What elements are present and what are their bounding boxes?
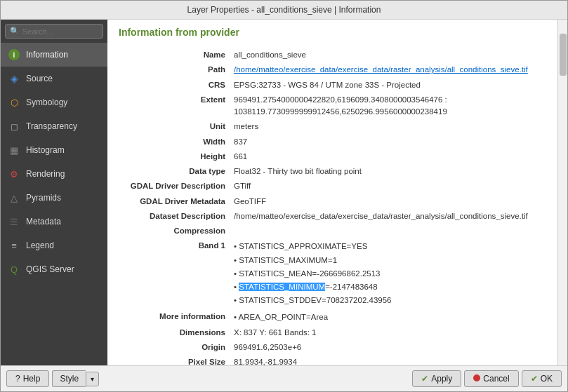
height-value: 661: [231, 149, 546, 164]
pyramids-icon: △: [8, 191, 20, 204]
sidebar-item-label: Information: [26, 50, 68, 60]
origin-label: Origin: [119, 340, 231, 355]
sidebar-item-histogram[interactable]: ▦ Histogram: [1, 138, 107, 162]
title-bar: Layer Properties - all_conditions_sieve …: [1, 1, 567, 20]
band1-values: STATISTICS_APPROXIMATE=YES STATISTICS_MA…: [231, 238, 546, 309]
table-row: GDAL Driver Metadata GeoTIFF: [119, 194, 546, 209]
scrollbar-thumb[interactable]: [560, 34, 567, 76]
bottom-right: ✔ Apply Cancel ✔ OK: [412, 370, 562, 387]
metadata-icon: ☰: [8, 215, 20, 228]
more-info-value: AREA_OR_POINT=Area: [231, 309, 546, 325]
window-title: Layer Properties - all_conditions_sieve …: [187, 5, 381, 15]
style-button[interactable]: Style: [52, 370, 86, 387]
table-row: CRS EPSG:32733 - WGS 84 / UTM zone 33S -…: [119, 78, 546, 93]
gdal-driver-desc-value: GTiff: [231, 179, 546, 194]
more-info-list: AREA_OR_POINT=Area: [234, 311, 543, 324]
extent-label: Extent: [119, 93, 231, 120]
sidebar-item-rendering[interactable]: ⚙ Rendering: [1, 162, 107, 186]
sidebar-item-label: Legend: [26, 241, 54, 250]
information-icon: i: [8, 48, 20, 61]
sidebar-item-label: Rendering: [26, 169, 65, 179]
list-item: STATISTICS_MAXIMUM=1: [234, 254, 543, 267]
table-row: GDAL Driver Description GTiff: [119, 179, 546, 194]
table-row: Dataset Description /home/matteo/exercis…: [119, 209, 546, 224]
table-row: Unit meters: [119, 119, 546, 134]
search-box[interactable]: 🔍: [5, 24, 103, 39]
ok-button[interactable]: ✔ OK: [522, 370, 562, 387]
scrollbar[interactable]: [557, 20, 567, 365]
table-row: Height 661: [119, 149, 546, 164]
table-row: Dimensions X: 837 Y: 661 Bands: 1: [119, 325, 546, 340]
style-dropdown-button[interactable]: ▾: [86, 372, 99, 386]
symbology-icon: ⬡: [8, 96, 20, 109]
path-value: /home/matteo/exercise_data/exercise_data…: [231, 62, 546, 77]
transparency-icon: ◻: [8, 120, 20, 133]
gdal-driver-desc-label: GDAL Driver Description: [119, 179, 231, 194]
table-row: More information AREA_OR_POINT=Area: [119, 309, 546, 325]
unit-label: Unit: [119, 119, 231, 134]
sidebar-item-label: Symbology: [26, 97, 67, 107]
gdal-driver-meta-value: GeoTIFF: [231, 194, 546, 209]
cancel-button[interactable]: Cancel: [464, 370, 518, 387]
ok-check-icon: ✔: [531, 374, 538, 384]
sidebar: 🔍 i Information ◈ Source ⬡ Symbology ◻ T…: [1, 20, 107, 365]
sidebar-item-label: QGIS Server: [26, 264, 74, 274]
help-button[interactable]: ? Help: [6, 370, 49, 387]
sidebar-item-source[interactable]: ◈ Source: [1, 67, 107, 90]
dimensions-value: X: 837 Y: 661 Bands: 1: [231, 325, 546, 340]
table-row: Band 1 STATISTICS_APPROXIMATE=YES STATIS…: [119, 238, 546, 309]
path-link[interactable]: /home/matteo/exercise_data/exercise_data…: [234, 65, 528, 74]
section-title: Information from provider: [119, 27, 546, 41]
width-value: 837: [231, 135, 546, 149]
gdal-driver-meta-label: GDAL Driver Metadata: [119, 194, 231, 209]
sidebar-item-symbology[interactable]: ⬡ Symbology: [1, 90, 107, 114]
table-row: Data type Float32 - Thirty two bit float…: [119, 164, 546, 179]
info-table: Name all_conditions_sieve Path /home/mat…: [119, 48, 546, 365]
table-row: Path /home/matteo/exercise_data/exercise…: [119, 62, 546, 77]
sidebar-item-label: Pyramids: [26, 193, 61, 203]
datatype-label: Data type: [119, 164, 231, 179]
sidebar-item-metadata[interactable]: ☰ Metadata: [1, 210, 107, 234]
source-icon: ◈: [8, 72, 20, 85]
bottom-bar: ? Help Style ▾ ✔ Apply Cancel: [1, 365, 567, 391]
compression-value: [231, 224, 546, 238]
sidebar-item-label: Transparency: [26, 121, 77, 131]
band1-label: Band 1: [119, 238, 231, 309]
name-value: all_conditions_sieve: [231, 48, 546, 62]
sidebar-item-legend[interactable]: ≡ Legend: [1, 234, 107, 257]
main-content: 🔍 i Information ◈ Source ⬡ Symbology ◻ T…: [1, 20, 567, 365]
unit-value: meters: [231, 119, 546, 134]
sidebar-item-label: Metadata: [26, 217, 61, 227]
table-row: Name all_conditions_sieve: [119, 48, 546, 62]
height-label: Height: [119, 149, 231, 164]
style-label: Style: [60, 374, 79, 384]
style-button-group: Style ▾: [52, 370, 99, 387]
list-item: STATISTICS_APPROXIMATE=YES: [234, 240, 543, 253]
table-row: Origin 969491.6,2503e+6: [119, 340, 546, 355]
cancel-label: Cancel: [483, 374, 509, 384]
path-label: Path: [119, 62, 231, 77]
qgis-icon: Q: [8, 263, 20, 276]
name-label: Name: [119, 48, 231, 62]
list-item: STATISTICS_MINIMUM=-2147483648: [234, 281, 543, 294]
help-label: Help: [23, 374, 41, 384]
search-input[interactable]: [22, 27, 98, 36]
datatype-value: Float32 - Thirty two bit floating point: [231, 164, 546, 179]
sidebar-item-information[interactable]: i Information: [1, 43, 107, 67]
table-row: Extent 969491.2754000000422820,6196099.3…: [119, 93, 546, 120]
sidebar-item-pyramids[interactable]: △ Pyramids: [1, 186, 107, 210]
sidebar-item-label: Histogram: [26, 145, 65, 155]
width-label: Width: [119, 135, 231, 149]
content-area: Information from provider Name all_condi…: [107, 20, 557, 365]
list-item: STATISTICS_STDDEV=708237202.43956: [234, 294, 543, 307]
dataset-desc-label: Dataset Description: [119, 209, 231, 224]
table-row: Compression: [119, 224, 546, 238]
apply-button[interactable]: ✔ Apply: [412, 370, 461, 387]
sidebar-item-transparency[interactable]: ◻ Transparency: [1, 114, 107, 138]
search-icon: 🔍: [10, 27, 20, 36]
sidebar-item-qgis-server[interactable]: Q QGIS Server: [1, 257, 107, 281]
crs-label: CRS: [119, 78, 231, 93]
help-icon: ?: [15, 374, 20, 384]
pixel-size-value: 81.9934,-81.9934: [231, 355, 546, 365]
cancel-icon: [473, 374, 480, 384]
